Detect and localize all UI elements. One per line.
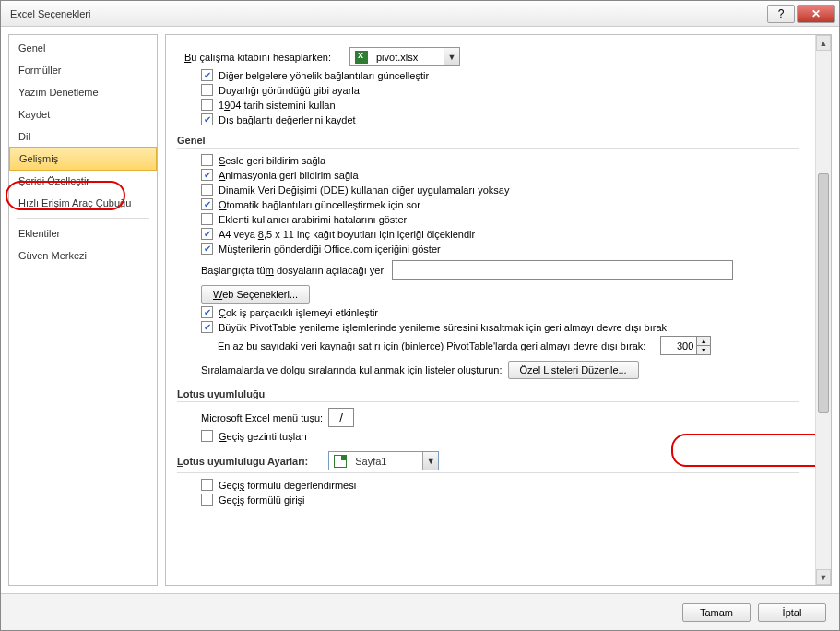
lotus-menukey-input[interactable] — [328, 408, 354, 427]
opt-ignore-dde[interactable]: Dinamik Veri Değişimi (DDE) kullanan diğ… — [201, 184, 799, 196]
window-controls: ? ✕ — [767, 5, 835, 23]
workbook-calc-row: Bu çalışma kitabını hesaplarken: pivot.x… — [184, 47, 799, 66]
checkbox[interactable] — [201, 113, 213, 125]
spinner-up[interactable]: ▲ — [697, 337, 710, 346]
opt-transition-formula-eval[interactable]: Geçiş formülü değerlendirmesi — [201, 479, 799, 491]
titlebar: Excel Seçenekleri ? ✕ — [1, 1, 839, 27]
checkbox[interactable] — [201, 198, 213, 210]
window-title: Excel Seçenekleri — [5, 8, 767, 19]
checkbox[interactable] — [201, 99, 213, 111]
sidebar-item-formulas[interactable]: Formüller — [9, 59, 157, 81]
sidebar-item-trust[interactable]: Güven Merkezi — [9, 244, 157, 267]
opt-transition-formula-entry[interactable]: Geçiş formülü girişi — [201, 494, 799, 506]
opt-sound-feedback[interactable]: Sesle geri bildirim sağla — [201, 154, 799, 166]
pivot-rows-spinner[interactable]: ▲▼ — [660, 336, 711, 355]
section-lotus-settings: Lotus uyumluluğu Ayarları: Sayfa1 ▼ — [177, 451, 799, 473]
startup-path-input[interactable] — [392, 260, 733, 280]
checkbox[interactable] — [201, 321, 213, 333]
opt-transition-nav-keys[interactable]: Geçiş gezinti tuşları — [201, 430, 799, 442]
spinner-down[interactable]: ▼ — [697, 346, 710, 354]
opt-pivot-disable-undo[interactable]: Büyük PivotTable yenileme işlemlerinde y… — [201, 321, 799, 333]
checkbox[interactable] — [201, 154, 213, 166]
sidebar-item-language[interactable]: Dil — [9, 125, 157, 148]
checkbox[interactable] — [201, 84, 213, 96]
opt-animation-feedback[interactable]: Animasyonla geri bildirim sağla — [201, 169, 799, 181]
sidebar-item-customize-ribbon[interactable]: Şeridi Özelleştir — [9, 170, 157, 192]
chevron-down-icon: ▼ — [444, 48, 459, 65]
sheet-icon — [333, 454, 348, 469]
opt-scale-paper[interactable]: A4 veya 8,5 x 11 inç kağıt boyutları içi… — [201, 228, 799, 240]
scroll-down-button[interactable]: ▼ — [816, 569, 831, 585]
opt-precision-displayed[interactable]: Duyarlığı göründüğü gibi ayarla — [201, 84, 799, 96]
sidebar-item-addins[interactable]: Eklentiler — [9, 222, 157, 244]
checkbox[interactable] — [201, 494, 213, 506]
sidebar-item-quickaccess[interactable]: Hızlı Erişim Araç Çubuğu — [9, 192, 157, 214]
workbook-calc-dropdown[interactable]: pivot.xlsx ▼ — [349, 47, 460, 66]
opt-ask-update-links[interactable]: Otomatik bağlantıları güncelleştirmek iç… — [201, 198, 799, 210]
checkbox[interactable] — [201, 213, 213, 225]
opt-show-office-content[interactable]: Müşterilerin gönderdiği Office.com içeri… — [201, 243, 799, 255]
cancel-button[interactable]: İptal — [758, 603, 826, 622]
opt-1904-date[interactable]: 1904 tarih sistemini kullan — [201, 99, 799, 111]
checkbox[interactable] — [201, 228, 213, 240]
excel-file-icon — [354, 50, 369, 65]
sidebar-item-general[interactable]: Genel — [9, 37, 157, 59]
help-button[interactable]: ? — [767, 5, 795, 23]
dialog-body: Genel Formüller Yazım Denetleme Kaydet D… — [1, 27, 839, 593]
section-lotus: Lotus uyumluluğu — [177, 388, 799, 402]
scroll-thumb[interactable] — [818, 173, 829, 413]
edit-custom-lists-button[interactable]: Özel Listeleri Düzenle... — [508, 361, 639, 379]
checkbox[interactable] — [201, 69, 213, 81]
opt-addin-ui-errors[interactable]: Eklenti kullanıcı arabirimi hatalarını g… — [201, 213, 799, 225]
scroll-up-button[interactable]: ▲ — [816, 35, 831, 51]
checkbox[interactable] — [201, 306, 213, 318]
sidebar-item-save[interactable]: Kaydet — [9, 103, 157, 125]
checkbox[interactable] — [201, 243, 213, 255]
sidebar-item-advanced[interactable]: Gelişmiş — [9, 147, 157, 171]
custom-lists-row: Sıralamalarda ve dolgu sıralarında kulla… — [201, 361, 799, 379]
vertical-scrollbar[interactable]: ▲ ▼ — [815, 35, 831, 585]
content-panel: Bu çalışma kitabını hesaplarken: pivot.x… — [165, 34, 832, 586]
lotus-menukey-row: Microsoft Excel menü tuşu: — [201, 408, 799, 427]
advanced-options-content: Bu çalışma kitabını hesaplarken: pivot.x… — [166, 35, 831, 518]
chevron-down-icon: ▼ — [422, 452, 438, 470]
opt-update-links[interactable]: Diğer belgelere yönelik bağlantıları gün… — [201, 69, 799, 81]
section-general: Genel — [177, 135, 799, 149]
checkbox[interactable] — [201, 430, 213, 442]
pivot-rows-input[interactable] — [661, 337, 696, 354]
options-dialog: Excel Seçenekleri ? ✕ Genel Formüller Ya… — [0, 0, 840, 631]
close-button[interactable]: ✕ — [797, 5, 835, 23]
checkbox[interactable] — [201, 184, 213, 196]
checkbox[interactable] — [201, 479, 213, 491]
startup-path-row: Başlangıçta tüm dosyaların açılacağı yer… — [201, 260, 799, 280]
checkbox[interactable] — [201, 169, 213, 181]
category-sidebar: Genel Formüller Yazım Denetleme Kaydet D… — [8, 34, 158, 586]
sidebar-divider — [17, 218, 149, 219]
opt-save-external-links[interactable]: Dış bağlantı değerlerini kaydet — [201, 113, 799, 125]
sidebar-item-proofing[interactable]: Yazım Denetleme — [9, 81, 157, 103]
lotus-sheet-dropdown[interactable]: Sayfa1 ▼ — [328, 451, 439, 470]
ok-button[interactable]: Tamam — [682, 603, 751, 622]
opt-multithread[interactable]: Çok iş parçacıklı işlemeyi etkinleştir — [201, 306, 799, 318]
pivot-rows-row: En az bu sayıdaki veri kaynağı satırı iç… — [218, 336, 799, 355]
web-options-button[interactable]: Web Seçenekleri... — [201, 285, 310, 304]
dialog-footer: Tamam İptal — [1, 593, 839, 630]
